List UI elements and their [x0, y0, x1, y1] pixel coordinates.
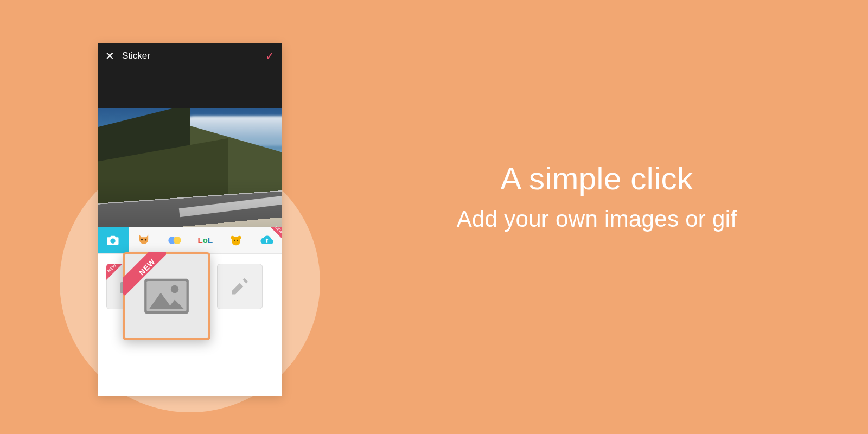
- editor-title: Sticker: [122, 50, 265, 61]
- svg-point-0: [141, 239, 143, 240]
- subline: Add your own images or gif: [380, 206, 814, 232]
- add-image-highlight-tile[interactable]: NEW: [123, 252, 210, 340]
- lol-label: LoL: [198, 235, 213, 245]
- close-icon[interactable]: ✕: [105, 50, 114, 61]
- tile-add-gif[interactable]: [217, 264, 263, 309]
- editor-black-area: [98, 68, 282, 108]
- svg-point-11: [171, 285, 179, 293]
- preview-image[interactable]: [98, 108, 282, 227]
- sticker-pair-icon: [167, 233, 182, 248]
- pencil-icon: [229, 278, 251, 295]
- category-cloud[interactable]: NEW: [251, 227, 282, 253]
- svg-point-1: [145, 239, 146, 240]
- phone-mock: ✕ Sticker ✓ LoL: [98, 43, 282, 396]
- new-ribbon: NEW: [123, 252, 166, 296]
- svg-point-5: [231, 235, 234, 239]
- headline: A simple click: [380, 160, 814, 196]
- svg-point-6: [238, 235, 241, 239]
- new-ribbon-label: NEW: [129, 252, 165, 285]
- svg-point-8: [237, 239, 238, 240]
- svg-point-3: [173, 237, 181, 244]
- marketing-copy: A simple click Add your own images or gi…: [380, 160, 814, 232]
- svg-point-7: [234, 239, 235, 240]
- category-sticker[interactable]: [159, 227, 190, 253]
- check-icon[interactable]: ✓: [265, 49, 275, 62]
- sticker-category-strip: LoL NEW: [98, 227, 282, 254]
- new-corner-badge: NEW: [270, 227, 282, 239]
- category-cat[interactable]: [129, 227, 159, 253]
- category-bear[interactable]: [221, 227, 252, 253]
- editor-topbar: ✕ Sticker ✓: [98, 43, 282, 68]
- camera-icon: [105, 233, 120, 248]
- bear-icon: [228, 233, 244, 248]
- cat-icon: [136, 233, 151, 248]
- category-lol[interactable]: LoL: [190, 227, 221, 253]
- category-camera[interactable]: [98, 227, 129, 253]
